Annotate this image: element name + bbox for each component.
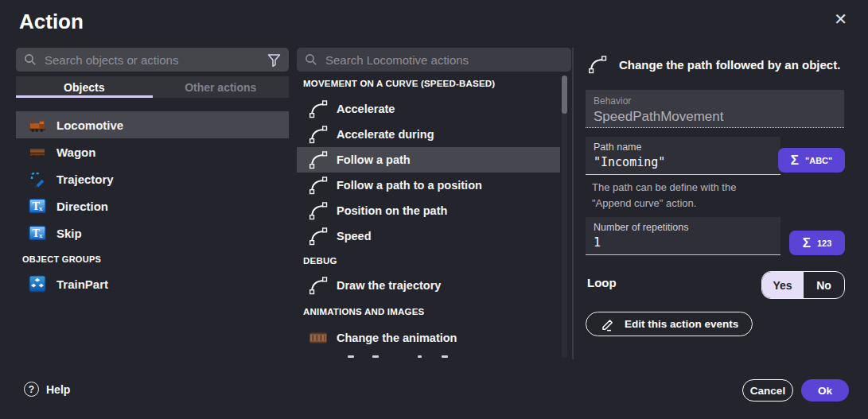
action-row-draw-trajectory[interactable]: Draw the trajectory	[297, 273, 560, 298]
object-group-icon	[29, 275, 46, 293]
object-row-trajectory[interactable]: Trajectory	[16, 165, 289, 192]
locomotive-icon	[29, 116, 46, 134]
action-row-accelerate[interactable]: Accelerate	[297, 96, 560, 122]
action-config-panel: Change the path followed by an object. B…	[586, 48, 845, 359]
sigma-icon: Σ	[791, 153, 799, 167]
dialog-title: Action	[19, 10, 84, 34]
objects-panel: Objects Other actions Locomotive Wagon T…	[16, 48, 289, 297]
search-icon	[24, 53, 37, 66]
active-tab-underline	[16, 95, 153, 98]
action-row-follow-a-path[interactable]: Follow a path	[297, 147, 560, 173]
help-link[interactable]: ? Help	[24, 382, 70, 397]
sigma-icon: Σ	[803, 236, 811, 250]
action-label: Accelerate during	[337, 128, 434, 141]
wagon-icon	[29, 143, 46, 161]
action-row-follow-path-to-position[interactable]: Follow a path to a position	[297, 173, 560, 198]
objects-search-bar[interactable]	[16, 48, 289, 72]
object-label: Trajectory	[56, 173, 114, 186]
loop-label: Loop	[587, 276, 617, 289]
loop-toggle: Yes No	[761, 271, 845, 299]
ok-button[interactable]: Ok	[801, 379, 849, 402]
actions-search-input[interactable]	[325, 53, 563, 67]
path-curve-icon	[308, 175, 329, 196]
object-row-locomotive[interactable]: Locomotive	[16, 111, 289, 138]
panel-divider	[572, 48, 574, 359]
trajectory-icon	[29, 170, 46, 188]
object-label: Direction	[56, 200, 108, 213]
number-expression-button[interactable]: Σ 123	[789, 231, 845, 255]
path-curve-icon	[308, 226, 329, 246]
text-object-icon: Tx	[29, 197, 46, 215]
text-object-icon: Tx	[29, 224, 46, 242]
edit-action-events-label: Edit this action events	[625, 318, 738, 330]
actions-scrollbar-track[interactable]	[562, 76, 567, 358]
repetitions-input[interactable]	[594, 235, 773, 250]
action-label: Change the animation	[337, 332, 457, 344]
actions-search-bar[interactable]	[297, 48, 571, 72]
path-name-input[interactable]	[594, 155, 773, 169]
object-tabs: Objects Other actions	[16, 76, 289, 98]
string-expression-button[interactable]: Σ "ABC"	[778, 148, 845, 173]
action-row-change-animation[interactable]: Change the animation	[297, 325, 560, 351]
object-row-trainpart[interactable]: TrainPart	[16, 270, 289, 297]
repetitions-field: Number of repetitions	[586, 217, 780, 255]
help-icon: ?	[24, 382, 39, 397]
action-label: Position on the path	[337, 204, 447, 217]
path-name-label: Path name	[594, 142, 773, 153]
help-label: Help	[46, 383, 70, 396]
section-header-animations: ANIMATIONS AND IMAGES	[297, 306, 571, 317]
path-helper-text: The path can be define with the "Append …	[592, 180, 771, 211]
path-curve-icon	[308, 200, 329, 221]
path-name-field: Path name	[586, 137, 780, 175]
clipped-action-row	[297, 354, 571, 359]
edit-action-events-button[interactable]: Edit this action events	[586, 312, 753, 336]
action-description-header: Change the path followed by an object.	[587, 54, 840, 75]
path-curve-icon	[308, 275, 329, 296]
action-row-speed[interactable]: Speed	[297, 223, 560, 249]
search-icon	[305, 53, 317, 66]
svg-text:x: x	[39, 231, 43, 239]
action-row-position-on-path[interactable]: Position on the path	[297, 198, 560, 223]
actions-scrollbar-thumb[interactable]	[562, 76, 567, 114]
object-row-wagon[interactable]: Wagon	[16, 138, 289, 165]
animation-film-icon	[308, 328, 329, 348]
action-label: Follow a path	[337, 153, 411, 166]
path-curve-icon	[308, 149, 329, 170]
action-list: Accelerate Accelerate during Follow a pa…	[297, 96, 571, 249]
filter-icon[interactable]	[267, 53, 281, 67]
action-label: Draw the trajectory	[337, 279, 441, 292]
behavior-field-value: SpeedPathMovement	[594, 109, 836, 125]
object-label: TrainPart	[56, 277, 108, 291]
action-description: Change the path followed by an object.	[619, 58, 840, 72]
svg-text:x: x	[39, 204, 43, 212]
action-row-accelerate-during[interactable]: Accelerate during	[297, 122, 560, 147]
section-header-movement: MOVEMENT ON A CURVE (SPEED-BASED)	[297, 78, 571, 89]
behavior-field: Behavior SpeedPathMovement	[586, 90, 844, 128]
loop-yes-option[interactable]: Yes	[762, 272, 803, 298]
expression-type-label: "ABC"	[805, 156, 832, 165]
tab-other-actions[interactable]: Other actions	[153, 76, 290, 98]
action-dialog: Action ✕ Objects Other actions Locomotiv…	[0, 0, 868, 419]
object-row-direction[interactable]: Tx Direction	[16, 192, 289, 219]
objects-search-input[interactable]	[45, 53, 259, 67]
behavior-field-label: Behavior	[594, 95, 836, 107]
actions-panel: MOVEMENT ON A CURVE (SPEED-BASED) Accele…	[297, 48, 571, 359]
path-curve-icon	[308, 99, 329, 119]
object-label: Wagon	[56, 145, 95, 159]
path-curve-icon	[587, 54, 608, 75]
section-header-debug: DEBUG	[297, 255, 571, 266]
object-list: Locomotive Wagon Trajectory Tx Direction…	[16, 111, 289, 297]
tab-objects[interactable]: Objects	[16, 76, 153, 98]
object-row-skip[interactable]: Tx Skip	[16, 219, 289, 246]
pencil-icon	[600, 316, 616, 332]
close-icon[interactable]: ✕	[834, 11, 847, 27]
repetitions-label: Number of repetitions	[594, 222, 773, 233]
tab-objects-label: Objects	[64, 81, 104, 94]
action-label: Follow a path to a position	[337, 179, 482, 192]
path-curve-icon	[308, 124, 329, 145]
cancel-button[interactable]: Cancel	[742, 379, 793, 402]
loop-no-option[interactable]: No	[803, 272, 844, 298]
object-label: Skip	[56, 227, 82, 240]
tab-other-actions-label: Other actions	[185, 81, 256, 94]
action-label: Speed	[337, 230, 372, 242]
